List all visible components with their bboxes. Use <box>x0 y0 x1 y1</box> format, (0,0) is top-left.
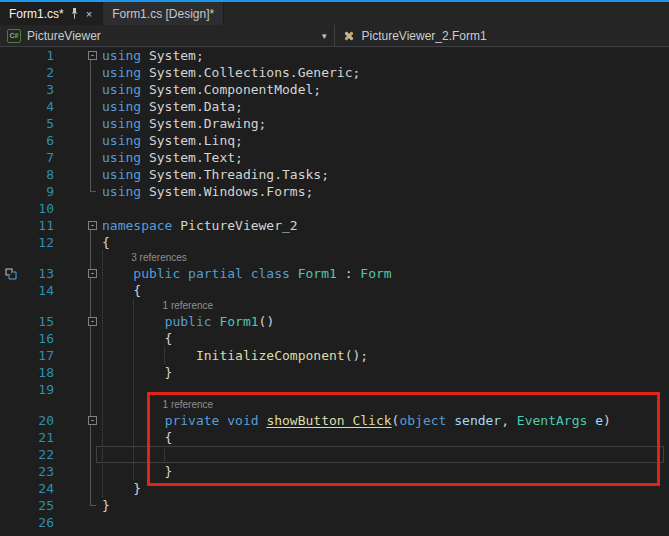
type-dropdown[interactable]: PictureViewer_2.Form1 <box>335 25 669 46</box>
code-token: } <box>102 498 110 513</box>
code-row: 5using System.Drawing; <box>0 115 669 132</box>
code-row: 26 <box>0 514 669 531</box>
line-number: 11 <box>32 217 54 234</box>
glyph-margin <box>2 497 32 514</box>
line-number: 8 <box>32 166 54 183</box>
tab-label: Form1.cs* <box>9 7 64 21</box>
code-token: { <box>102 283 141 298</box>
codelens-row: 3 references <box>0 251 669 265</box>
code-token: using <box>102 150 149 165</box>
code-token: System.Linq; <box>149 133 243 148</box>
line-number: 20 <box>32 412 54 429</box>
tab-bar-empty-area <box>224 2 669 25</box>
code-row: 11-namespace PictureViewer_2 <box>0 217 669 234</box>
glyph-margin <box>2 480 32 497</box>
outlining-margin: - <box>54 265 100 282</box>
line-number: 1 <box>32 47 54 64</box>
code-line[interactable]: } <box>100 497 669 514</box>
line-number: 24 <box>32 480 54 497</box>
code-token: (); <box>345 348 368 363</box>
code-line[interactable]: using System.Drawing; <box>100 115 669 132</box>
glyph-margin <box>2 265 32 282</box>
glyph-margin <box>2 98 32 115</box>
code-line[interactable]: public partial class Form1 : Form <box>100 265 669 282</box>
code-row: 17 InitializeComponent(); <box>0 347 669 364</box>
code-line[interactable]: { <box>100 282 669 299</box>
line-number <box>30 251 52 265</box>
class-icon <box>342 29 356 43</box>
code-line[interactable]: using System.Threading.Tasks; <box>100 166 669 183</box>
code-line[interactable]: public Form1() <box>100 313 669 330</box>
glyph-margin <box>2 47 32 64</box>
outlining-margin <box>54 234 100 251</box>
code-line[interactable]: using System.Text; <box>100 149 669 166</box>
code-row: 18 } <box>0 364 669 381</box>
code-row: 4using System.Data; <box>0 98 669 115</box>
fold-collapse-button[interactable]: - <box>88 221 97 230</box>
code-line[interactable]: using System.Linq; <box>100 132 669 149</box>
line-number: 7 <box>32 149 54 166</box>
code-line[interactable]: using System.Data; <box>100 98 669 115</box>
tab-form1-cs-design[interactable]: Form1.cs [Design]* <box>103 2 224 25</box>
code-token <box>102 266 133 281</box>
code-token: public <box>165 314 220 329</box>
outlining-margin <box>52 299 98 313</box>
outlining-margin <box>52 398 98 412</box>
fold-collapse-button[interactable]: - <box>88 416 97 425</box>
inheritance-margin-icon[interactable] <box>5 267 17 282</box>
code-row: 10 <box>0 200 669 217</box>
code-token: Form <box>360 266 391 281</box>
fold-collapse-button[interactable]: - <box>88 317 97 326</box>
code-line[interactable] <box>100 200 669 217</box>
glyph-margin <box>2 463 32 480</box>
glyph-margin <box>2 313 32 330</box>
outlining-margin: - <box>54 313 100 330</box>
outlining-margin <box>54 132 100 149</box>
code-line[interactable]: { <box>100 234 669 251</box>
code-token: System.Threading.Tasks; <box>149 167 329 182</box>
close-icon[interactable]: × <box>85 8 93 20</box>
code-token: System.Drawing; <box>149 116 266 131</box>
line-number <box>30 398 52 412</box>
fold-collapse-button[interactable]: - <box>88 269 97 278</box>
code-row: 6using System.Linq; <box>0 132 669 149</box>
project-dropdown[interactable]: C# PictureViewer ▾ <box>0 25 335 46</box>
fold-collapse-button[interactable]: - <box>88 51 97 60</box>
outlining-margin <box>54 446 100 463</box>
code-token: using <box>102 184 149 199</box>
line-number: 10 <box>32 200 54 217</box>
codelens-text[interactable]: 1 reference <box>98 299 669 313</box>
outlining-margin <box>54 98 100 115</box>
outlining-margin <box>54 115 100 132</box>
line-number: 19 <box>32 381 54 398</box>
glyph-margin <box>2 330 32 347</box>
code-line[interactable]: InitializeComponent(); <box>100 347 669 364</box>
outlining-margin: - <box>54 412 100 429</box>
glyph-margin <box>2 446 32 463</box>
outlining-guide-tick <box>90 505 96 506</box>
glyph-margin <box>2 200 32 217</box>
glyph-margin <box>2 514 32 531</box>
tab-form1-cs[interactable]: Form1.cs* × <box>0 2 103 25</box>
code-token: { <box>102 235 110 250</box>
code-line[interactable]: using System.Collections.Generic; <box>100 64 669 81</box>
line-number: 12 <box>32 234 54 251</box>
code-token: using <box>102 133 149 148</box>
navigation-bar: C# PictureViewer ▾ PictureViewer_2.Form1 <box>0 25 669 47</box>
glyph-margin <box>2 429 32 446</box>
pin-icon[interactable] <box>70 8 79 19</box>
codelens-text[interactable]: 3 references <box>98 251 669 265</box>
code-line[interactable]: } <box>100 364 669 381</box>
code-line[interactable]: { <box>100 330 669 347</box>
csharp-project-icon: C# <box>7 29 21 43</box>
code-line[interactable]: using System.ComponentModel; <box>100 81 669 98</box>
code-line[interactable]: namespace PictureViewer_2 <box>100 217 669 234</box>
code-line[interactable] <box>100 514 669 531</box>
outlining-guide-tick <box>90 191 96 192</box>
code-line[interactable]: using System; <box>100 47 669 64</box>
code-line[interactable]: using System.Windows.Forms; <box>100 183 669 200</box>
code-editor[interactable]: 1-using System;2using System.Collections… <box>0 47 669 536</box>
line-number: 9 <box>32 183 54 200</box>
code-token <box>102 348 196 363</box>
code-token: using <box>102 82 149 97</box>
